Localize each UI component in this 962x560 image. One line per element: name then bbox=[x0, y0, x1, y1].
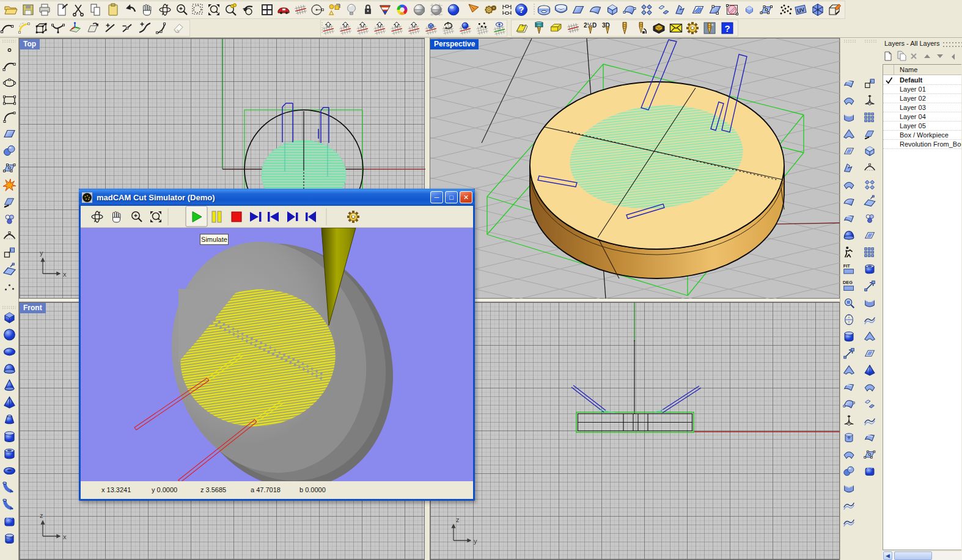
svg-text:y: y bbox=[40, 249, 43, 256]
svg-text:z: z bbox=[40, 512, 43, 519]
svg-text:y: y bbox=[474, 537, 477, 545]
svg-text:x: x bbox=[63, 533, 67, 540]
svg-text:z: z bbox=[456, 516, 460, 523]
svg-text:x: x bbox=[63, 271, 67, 278]
